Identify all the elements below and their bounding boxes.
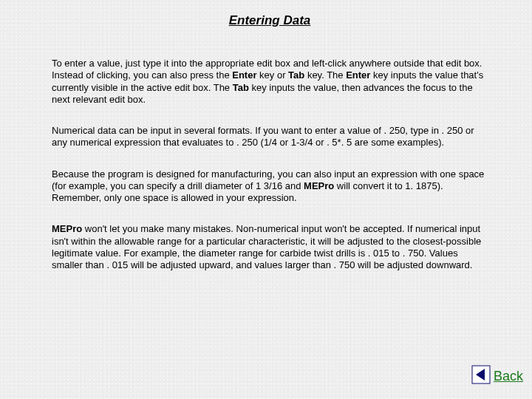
mepro-label: MEPro [304,180,334,191]
enter-key-label: Enter [346,69,370,81]
paragraph-4: MEPro won't let you make many mistakes. … [52,223,488,271]
tab-key-label: Tab [288,69,304,81]
paragraph-2: Numerical data can be input in several f… [52,125,488,149]
back-label: Back [494,369,523,384]
text: key or [256,69,288,81]
back-arrow-icon [471,365,491,387]
back-button[interactable]: Back [471,365,523,387]
paragraph-3: Because the program is designed for manu… [52,168,488,205]
text: key. The [304,69,346,81]
enter-key-label: Enter [232,69,256,81]
page-title: Entering Data [52,13,488,28]
tab-key-label: Tab [233,82,249,93]
text: won't let you make many mistakes. Non-nu… [52,223,481,270]
mepro-label: MEPro [52,223,82,234]
document-page: Entering Data To enter a value, just typ… [0,0,532,271]
paragraph-1: To enter a value, just type it into the … [52,58,488,106]
